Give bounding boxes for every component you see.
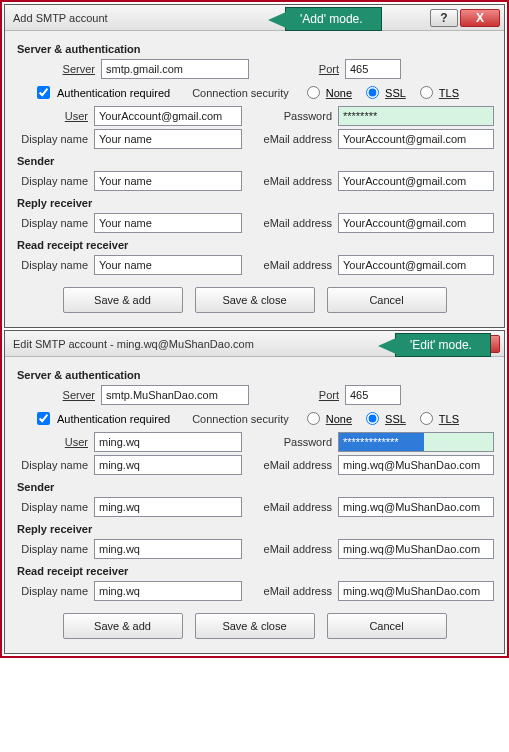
edit-smtp-dialog: Edit SMTP account - ming.wq@MuShanDao.co…: [4, 330, 505, 654]
label-ssl: SSL: [385, 87, 406, 99]
label-tls: TLS: [439, 413, 459, 425]
callout-add-mode: 'Add' mode.: [285, 7, 382, 31]
label-display-name: Display name: [15, 459, 94, 471]
reply-display-name-input[interactable]: [94, 539, 242, 559]
group-sender: Sender: [17, 481, 494, 493]
port-input[interactable]: [345, 59, 401, 79]
cancel-button[interactable]: Cancel: [327, 287, 447, 313]
dialog-title: Edit SMTP account - ming.wq@MuShanDao.co…: [13, 338, 254, 350]
user-input[interactable]: [94, 432, 242, 452]
display-name-input[interactable]: [94, 455, 242, 475]
reply-email-input[interactable]: [338, 213, 494, 233]
save-add-button[interactable]: Save & add: [63, 613, 183, 639]
label-display-name: Display name: [15, 259, 94, 271]
label-email: eMail address: [256, 175, 338, 187]
label-none: None: [326, 413, 352, 425]
label-conn-sec: Connection security: [192, 413, 289, 425]
sender-display-name-input[interactable]: [94, 497, 242, 517]
label-display-name: Display name: [15, 543, 94, 555]
label-server: Server: [15, 63, 101, 75]
sender-display-name-input[interactable]: [94, 171, 242, 191]
reply-display-name-input[interactable]: [94, 213, 242, 233]
titlebar-add: Add SMTP account 'Add' mode. ? X: [5, 5, 504, 31]
label-conn-sec: Connection security: [192, 87, 289, 99]
group-reply: Reply receiver: [17, 523, 494, 535]
group-sender: Sender: [17, 155, 494, 167]
group-receipt: Read receipt receiver: [17, 565, 494, 577]
label-auth-required: Authentication required: [57, 413, 170, 425]
label-email: eMail address: [256, 459, 338, 471]
label-display-name: Display name: [15, 175, 94, 187]
label-port: Port: [263, 63, 345, 75]
titlebar-edit: Edit SMTP account - ming.wq@MuShanDao.co…: [5, 331, 504, 357]
radio-tls[interactable]: [420, 86, 433, 99]
display-name-input[interactable]: [94, 129, 242, 149]
label-email: eMail address: [256, 585, 338, 597]
receipt-display-name-input[interactable]: [94, 255, 242, 275]
auth-required-checkbox[interactable]: [37, 86, 50, 99]
server-input[interactable]: [101, 59, 249, 79]
group-server-auth: Server & authentication: [17, 369, 494, 381]
label-email: eMail address: [256, 217, 338, 229]
sender-email-input[interactable]: [338, 171, 494, 191]
cancel-button[interactable]: Cancel: [327, 613, 447, 639]
save-add-button[interactable]: Save & add: [63, 287, 183, 313]
label-ssl: SSL: [385, 413, 406, 425]
label-email: eMail address: [256, 259, 338, 271]
radio-ssl[interactable]: [366, 86, 379, 99]
group-receipt: Read receipt receiver: [17, 239, 494, 251]
label-email: eMail address: [256, 133, 338, 145]
label-display-name: Display name: [15, 585, 94, 597]
label-user: User: [15, 110, 94, 122]
radio-tls[interactable]: [420, 412, 433, 425]
add-smtp-dialog: Add SMTP account 'Add' mode. ? X Server …: [4, 4, 505, 328]
close-button[interactable]: X: [460, 9, 500, 27]
label-display-name: Display name: [15, 501, 94, 513]
label-port: Port: [263, 389, 345, 401]
label-email: eMail address: [256, 543, 338, 555]
group-reply: Reply receiver: [17, 197, 494, 209]
password-input[interactable]: [338, 106, 494, 126]
radio-none[interactable]: [307, 412, 320, 425]
help-button[interactable]: ?: [430, 9, 458, 27]
receipt-email-input[interactable]: [338, 255, 494, 275]
sender-email-input[interactable]: [338, 497, 494, 517]
label-display-name: Display name: [15, 133, 94, 145]
port-input[interactable]: [345, 385, 401, 405]
label-email: eMail address: [256, 501, 338, 513]
auth-required-checkbox[interactable]: [37, 412, 50, 425]
radio-ssl[interactable]: [366, 412, 379, 425]
dialog-title: Add SMTP account: [13, 12, 108, 24]
password-input[interactable]: [338, 432, 494, 452]
radio-none[interactable]: [307, 86, 320, 99]
receipt-email-input[interactable]: [338, 581, 494, 601]
receipt-display-name-input[interactable]: [94, 581, 242, 601]
group-server-auth: Server & authentication: [17, 43, 494, 55]
save-close-button[interactable]: Save & close: [195, 287, 315, 313]
label-user: User: [15, 436, 94, 448]
label-tls: TLS: [439, 87, 459, 99]
label-password: Password: [256, 436, 338, 448]
user-input[interactable]: [94, 106, 242, 126]
label-auth-required: Authentication required: [57, 87, 170, 99]
reply-email-input[interactable]: [338, 539, 494, 559]
label-server: Server: [15, 389, 101, 401]
email-input[interactable]: [338, 455, 494, 475]
email-input[interactable]: [338, 129, 494, 149]
save-close-button[interactable]: Save & close: [195, 613, 315, 639]
server-input[interactable]: [101, 385, 249, 405]
label-password: Password: [256, 110, 338, 122]
label-display-name: Display name: [15, 217, 94, 229]
callout-edit-mode: 'Edit' mode.: [395, 333, 491, 357]
label-none: None: [326, 87, 352, 99]
